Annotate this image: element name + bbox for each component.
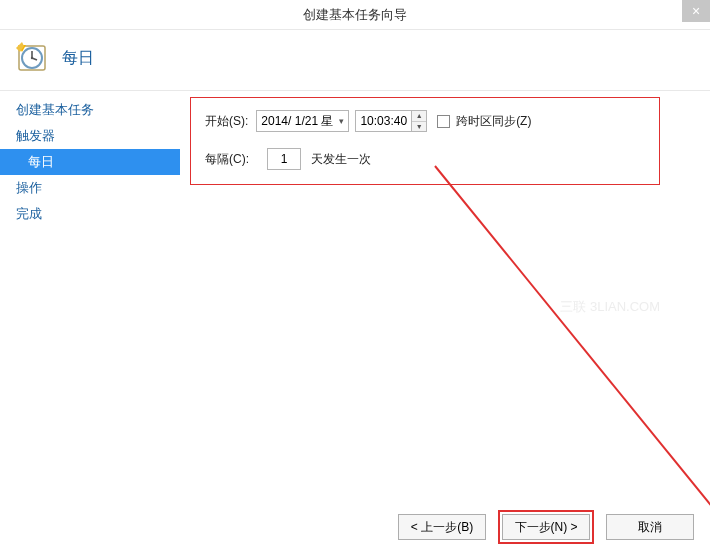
time-spin-buttons[interactable]: ▲ ▼ [411, 111, 426, 131]
start-time-spinner[interactable]: 10:03:40 ▲ ▼ [355, 110, 427, 132]
title-bar: 创建基本任务向导 × [0, 0, 710, 30]
sidebar-item-2[interactable]: 每日 [0, 149, 180, 175]
settings-panel: 开始(S): 2014/ 1/21 星 ▾ 10:03:40 ▲ ▼ 跨时区同步… [190, 97, 660, 185]
sidebar-item-3[interactable]: 操作 [0, 175, 180, 201]
sidebar-item-1[interactable]: 触发器 [0, 123, 180, 149]
sidebar-item-0[interactable]: 创建基本任务 [0, 97, 180, 123]
spin-down-icon[interactable]: ▼ [412, 122, 426, 132]
svg-point-6 [31, 57, 33, 59]
start-label: 开始(S): [205, 113, 248, 130]
wizard-body: 创建基本任务触发器每日操作完成 开始(S): 2014/ 1/21 星 ▾ 10… [0, 91, 710, 497]
interval-row: 每隔(C): 1 天发生一次 [205, 148, 645, 170]
sync-timezone-label: 跨时区同步(Z) [456, 113, 531, 130]
spin-up-icon[interactable]: ▲ [412, 111, 426, 122]
back-button[interactable]: < 上一步(B) [398, 514, 486, 540]
chevron-down-icon: ▾ [337, 116, 344, 126]
interval-label: 每隔(C): [205, 151, 249, 168]
interval-value: 1 [281, 152, 288, 166]
clock-task-icon [16, 42, 48, 74]
start-time-value: 10:03:40 [356, 114, 411, 128]
wizard-header: 每日 [0, 30, 710, 91]
svg-line-7 [435, 166, 710, 541]
annotation-arrow [430, 161, 710, 556]
wizard-main: 开始(S): 2014/ 1/21 星 ▾ 10:03:40 ▲ ▼ 跨时区同步… [180, 91, 710, 497]
window-title: 创建基本任务向导 [303, 6, 407, 24]
start-date-picker[interactable]: 2014/ 1/21 星 ▾ [256, 110, 349, 132]
page-title: 每日 [62, 48, 94, 69]
wizard-footer: < 上一步(B) 下一步(N) > 取消 [398, 510, 694, 544]
start-row: 开始(S): 2014/ 1/21 星 ▾ 10:03:40 ▲ ▼ 跨时区同步… [205, 110, 645, 132]
start-date-value: 2014/ 1/21 星 [261, 113, 337, 130]
interval-suffix: 天发生一次 [311, 151, 371, 168]
wizard-sidebar: 创建基本任务触发器每日操作完成 [0, 91, 180, 497]
close-icon: × [692, 3, 700, 19]
sidebar-item-4[interactable]: 完成 [0, 201, 180, 227]
close-button[interactable]: × [682, 0, 710, 22]
sync-timezone-checkbox[interactable] [437, 115, 450, 128]
next-button-highlight: 下一步(N) > [498, 510, 594, 544]
next-button[interactable]: 下一步(N) > [502, 514, 590, 540]
cancel-button[interactable]: 取消 [606, 514, 694, 540]
interval-input[interactable]: 1 [267, 148, 301, 170]
